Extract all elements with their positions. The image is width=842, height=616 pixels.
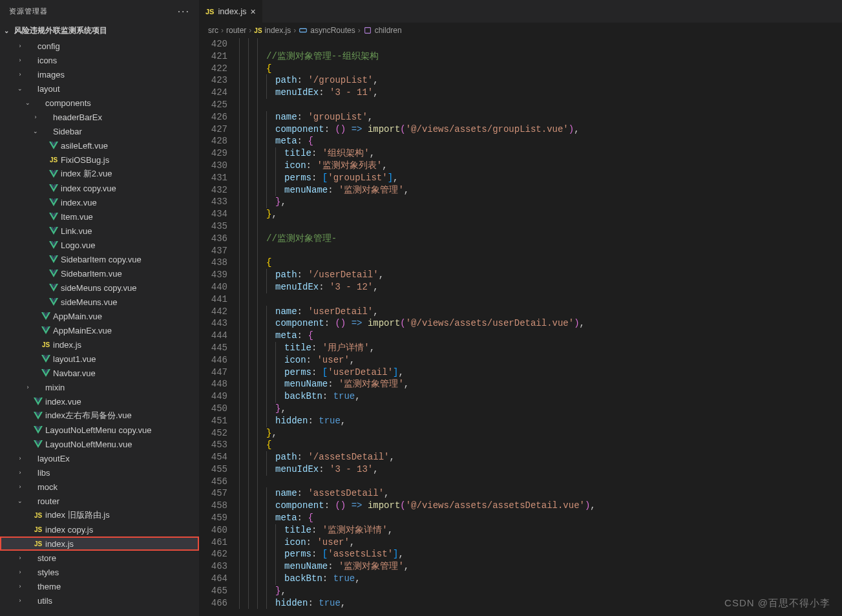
code-line[interactable]: path: '/userDetail', xyxy=(239,269,842,281)
tree-item[interactable]: SidebarItem copy.vue xyxy=(0,252,199,266)
tree-item[interactable]: AppMain.vue xyxy=(0,309,199,323)
code-line[interactable]: perms: ['assetsList'], xyxy=(239,548,842,560)
tree-item[interactable]: ›layoutEx xyxy=(0,451,199,465)
tree-item[interactable]: ›store xyxy=(0,551,199,565)
code-line[interactable]: menuName: '监测对象管理', xyxy=(239,184,842,196)
code-line[interactable]: icon: 'user', xyxy=(239,536,842,549)
code-line[interactable]: { xyxy=(239,63,842,75)
code-line[interactable]: menuName: '监测对象管理', xyxy=(239,560,842,573)
breadcrumb-item[interactable]: asyncRoutes xyxy=(299,26,355,35)
tab-index-js[interactable]: JS index.js × xyxy=(199,0,263,23)
tree-item[interactable]: ›libs xyxy=(0,465,199,480)
tree-item[interactable]: LayoutNoLeftMenu copy.vue xyxy=(0,423,199,437)
tree-item[interactable]: ›icons xyxy=(0,53,199,67)
code-content[interactable]: //监测对象管理--组织架构{path: '/groupList',menuId… xyxy=(239,38,842,616)
code-line[interactable]: backBtn: true, xyxy=(239,573,842,585)
code-line[interactable]: }, xyxy=(239,427,842,440)
code-line[interactable]: title: '监测对象详情', xyxy=(239,524,842,536)
code-line[interactable]: meta: { xyxy=(239,135,842,147)
code-line[interactable]: path: '/assetsDetail', xyxy=(239,451,842,463)
close-icon[interactable]: × xyxy=(251,6,256,17)
code-line[interactable] xyxy=(239,220,842,233)
more-icon[interactable]: ··· xyxy=(178,6,190,17)
tree-item[interactable]: ›utils xyxy=(0,593,199,608)
code-line[interactable]: menuIdEx: '3 - 11', xyxy=(239,87,842,99)
tree-item[interactable]: index左右布局备份.vue xyxy=(0,409,199,423)
tree-item[interactable]: sideMeuns.vue xyxy=(0,295,199,309)
tree-item[interactable]: ⌄layout xyxy=(0,81,199,96)
code-line[interactable]: icon: 'user', xyxy=(239,354,842,366)
code-line[interactable]: perms: ['userDetail'], xyxy=(239,366,842,379)
code-line[interactable]: menuIdEx: '3 - 12', xyxy=(239,281,842,293)
tree-item[interactable]: asileLeft.vue xyxy=(0,138,199,153)
breadcrumb-item[interactable]: router xyxy=(226,26,246,35)
code-line[interactable] xyxy=(239,245,842,257)
breadcrumb-item[interactable]: children xyxy=(363,26,402,35)
code-line[interactable] xyxy=(239,293,842,306)
tree-item[interactable]: JSindex.js xyxy=(0,536,199,551)
breadcrumb-item[interactable]: JSindex.js xyxy=(254,26,291,35)
code-line[interactable]: title: '组织架构', xyxy=(239,147,842,160)
tree-item[interactable]: Logo.vue xyxy=(0,238,199,252)
code-line[interactable]: }, xyxy=(239,403,842,415)
code-line[interactable]: { xyxy=(239,257,842,269)
code-line[interactable]: { xyxy=(239,439,842,451)
tree-item[interactable]: index.vue xyxy=(0,195,199,209)
code-line[interactable]: name: 'userDetail', xyxy=(239,306,842,318)
tree-item[interactable]: Link.vue xyxy=(0,224,199,238)
code-line[interactable]: name: 'groupList', xyxy=(239,111,842,123)
code-line[interactable]: backBtn: true, xyxy=(239,390,842,403)
code-line[interactable]: }, xyxy=(239,585,842,597)
code-line[interactable]: }, xyxy=(239,208,842,220)
tree-item[interactable]: JSFixiOSBug.js xyxy=(0,153,199,167)
code-editor[interactable]: 4204214224234244254264274284294304314324… xyxy=(199,38,842,616)
breadcrumb[interactable]: src›router›JSindex.js›asyncRoutes›childr… xyxy=(199,23,842,38)
code-line[interactable]: //监测对象管理--组织架构 xyxy=(239,50,842,63)
tree-item[interactable]: ›headerBarEx xyxy=(0,110,199,124)
tree-item[interactable]: Navbar.vue xyxy=(0,366,199,380)
tree-item[interactable]: AppMainEx.vue xyxy=(0,323,199,337)
tree-item[interactable]: ⌄components xyxy=(0,96,199,110)
code-line[interactable]: name: 'assetsDetail', xyxy=(239,487,842,500)
file-tree[interactable]: ›config›icons›images⌄layout⌄components›h… xyxy=(0,39,199,616)
code-line[interactable]: perms: ['groupList'], xyxy=(239,172,842,184)
code-line[interactable] xyxy=(239,99,842,111)
code-line[interactable]: component: () => import('@/views/assets/… xyxy=(239,500,842,512)
tree-item[interactable]: layout1.vue xyxy=(0,352,199,366)
code-line[interactable]: meta: { xyxy=(239,512,842,524)
code-line[interactable]: component: () => import('@/views/assets/… xyxy=(239,123,842,136)
breadcrumb-item[interactable]: src xyxy=(208,26,218,35)
tree-item[interactable]: ⌄router xyxy=(0,494,199,508)
code-line[interactable]: icon: '监测对象列表', xyxy=(239,160,842,172)
tree-item[interactable]: ›images xyxy=(0,67,199,81)
tree-item[interactable]: index 新2.vue xyxy=(0,167,199,181)
tree-item[interactable]: ›config xyxy=(0,39,199,53)
tree-item[interactable]: index copy.vue xyxy=(0,181,199,195)
tree-item[interactable]: ›styles xyxy=(0,565,199,579)
tree-item[interactable]: JSindex copy.js xyxy=(0,522,199,536)
code-line[interactable]: title: '用户详情', xyxy=(239,342,842,354)
code-line[interactable]: path: '/groupList', xyxy=(239,74,842,87)
tree-item[interactable]: sideMeuns copy.vue xyxy=(0,281,199,295)
code-line[interactable]: //监测对象管理- xyxy=(239,233,842,245)
tree-item[interactable]: JSindex.js xyxy=(0,337,199,352)
tree-item[interactable]: Item.vue xyxy=(0,209,199,224)
tree-item[interactable]: LayoutNoLeftMenu.vue xyxy=(0,437,199,451)
tree-item[interactable]: ›mock xyxy=(0,480,199,494)
tree-item[interactable]: ›mixin xyxy=(0,380,199,394)
code-line[interactable]: menuIdEx: '3 - 13', xyxy=(239,463,842,476)
code-line[interactable]: menuName: '监测对象管理', xyxy=(239,378,842,390)
code-line[interactable]: }, xyxy=(239,196,842,208)
project-root[interactable]: ⌄ 风险违规外联监测系统项目 xyxy=(0,23,199,39)
code-line[interactable] xyxy=(239,38,842,50)
tree-item[interactable]: SidebarItem.vue xyxy=(0,266,199,281)
code-line[interactable]: component: () => import('@/views/assets/… xyxy=(239,317,842,330)
code-line[interactable]: hidden: true, xyxy=(239,597,842,610)
code-line[interactable]: meta: { xyxy=(239,330,842,342)
tree-item[interactable]: ⌄Sidebar xyxy=(0,124,199,138)
tree-item[interactable]: JSindex 旧版路由.js xyxy=(0,508,199,522)
tree-item[interactable]: ›theme xyxy=(0,579,199,593)
code-line[interactable]: hidden: true, xyxy=(239,415,842,427)
code-line[interactable] xyxy=(239,476,842,488)
tree-item[interactable]: index.vue xyxy=(0,394,199,409)
